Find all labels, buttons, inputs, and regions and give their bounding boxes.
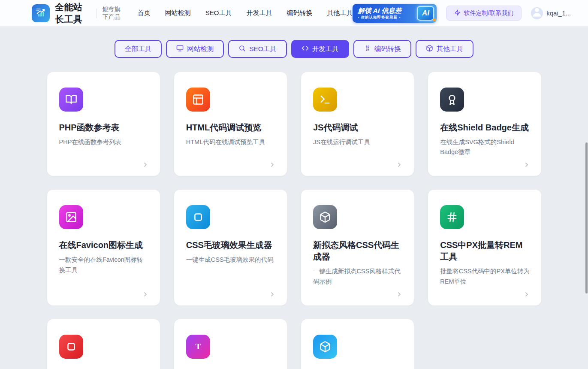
nav-link-dev-tools[interactable]: 开发工具 xyxy=(246,9,272,17)
nav-link-home[interactable]: 首页 xyxy=(138,9,151,17)
brand-subtitle: 鲲穹旗下产品 xyxy=(103,6,125,21)
navbar-right: 解锁 AI 信息差 - 你的认知即将被刷新 - AI 软件定制/联系我们 xyxy=(353,4,571,23)
tool-card-div-shadow[interactable]: DIV元素阴影效果生成 一键调试DIV元素阴影并生成CSS代码 xyxy=(301,319,414,369)
layout-icon xyxy=(186,88,210,112)
brand-title: 全能站长工具 xyxy=(55,1,89,25)
tab-encode-convert[interactable]: 01 10 编码转换 xyxy=(353,40,411,58)
category-tabs: 全部工具 网站检测 SEO工具 开发工具 01 10 xyxy=(0,40,588,58)
chart-growth-icon xyxy=(35,6,47,20)
tab-dev-tools-label: 开发工具 xyxy=(312,45,339,54)
nav-link-encode-convert[interactable]: 编码转换 xyxy=(286,9,312,17)
contact-button-label: 软件定制/联系我们 xyxy=(464,9,513,17)
tab-other-tools-label: 其他工具 xyxy=(437,45,463,54)
tab-all-tools[interactable]: 全部工具 xyxy=(115,40,162,58)
tab-site-check[interactable]: 网站检测 xyxy=(166,40,224,58)
tab-encode-convert-label: 编码转换 xyxy=(374,45,401,54)
card-title: 新拟态风格CSS代码生成器 xyxy=(313,239,403,263)
card-title: 在线Shield Badge生成 xyxy=(440,122,530,133)
ai-promo-banner[interactable]: 解锁 AI 信息差 - 你的认知即将被刷新 - AI xyxy=(353,4,437,23)
card-description: 一键生成新拟态CSS风格样式代码示例 xyxy=(313,266,403,286)
chevron-right-icon xyxy=(269,161,276,170)
lightning-icon xyxy=(454,9,461,17)
binary-icon: 01 10 xyxy=(364,45,371,54)
ai-badge: AI xyxy=(417,6,434,21)
ai-banner-title: 解锁 AI 信息差 xyxy=(358,7,401,15)
tool-card-shield-badge[interactable]: 在线Shield Badge生成 在线生成SVG格式的Shield Badge徽… xyxy=(428,72,541,176)
card-description: PHP在线函数参考列表 xyxy=(59,137,149,147)
card-title: 在线Favicon图标生成 xyxy=(59,239,149,251)
tool-card-px-to-rem[interactable]: CSS中PX批量转REM工具 批量将CSS代码中的PX单位转为REM单位 xyxy=(428,190,541,305)
card-description: HTML代码在线调试预览工具 xyxy=(186,137,276,147)
ai-banner-text: 解锁 AI 信息差 - 你的认知即将被刷新 - xyxy=(358,7,401,20)
avatar xyxy=(531,7,543,19)
scrollbar-thumb[interactable] xyxy=(585,142,588,293)
ai-banner-subtitle: - 你的认知即将被刷新 - xyxy=(358,15,401,20)
tool-card-php-reference[interactable]: PHP函数参考表 PHP在线函数参考列表 xyxy=(47,72,160,176)
tab-dev-tools[interactable]: 开发工具 xyxy=(291,40,349,58)
navbar-left: 全能站长工具 鲲穹旗下产品 首页 网站检测 SEO工具 开发工具 编码转换 其他… xyxy=(32,1,353,25)
card-title: PHP函数参考表 xyxy=(59,122,149,133)
code-icon xyxy=(302,45,309,54)
svg-text:T: T xyxy=(195,342,201,351)
tool-card-text-shadow[interactable]: T CSS文字阴影效果生成 在线调试CSS文字阴影并生成CSS代码 xyxy=(174,319,287,369)
tab-seo-tools-label: SEO工具 xyxy=(249,45,277,54)
nav-link-seo-tools[interactable]: SEO工具 xyxy=(205,9,232,17)
image-icon xyxy=(59,205,83,229)
nav-link-other-tools[interactable]: 其他工具 xyxy=(327,9,353,17)
card-description: 一键生成CSS毛玻璃效果的代码 xyxy=(186,255,276,265)
chevron-right-icon xyxy=(269,291,276,299)
tab-seo-tools[interactable]: SEO工具 xyxy=(228,40,287,58)
rounded-square-icon xyxy=(59,335,83,359)
card-description: 一款安全的在线Favicon图标转换工具 xyxy=(59,255,149,275)
tool-card-html-debug[interactable]: HTML代码调试预览 HTML代码在线调试预览工具 xyxy=(174,72,287,176)
svg-text:10: 10 xyxy=(366,48,369,51)
chevron-right-icon xyxy=(523,161,530,170)
search-icon xyxy=(238,45,246,54)
tool-card-grid: PHP函数参考表 PHP在线函数参考列表 HTML代码调试预览 HTML代码在线… xyxy=(47,72,541,369)
terminal-icon xyxy=(313,88,337,112)
tab-all-tools-label: 全部工具 xyxy=(125,45,151,54)
serif-t-icon: T xyxy=(186,335,210,359)
book-open-icon xyxy=(59,88,83,112)
hash-icon xyxy=(440,205,464,229)
user-menu[interactable]: kqai_1... xyxy=(531,7,571,19)
card-title: JS代码调试 xyxy=(313,122,403,133)
card-description: 在线生成SVG格式的Shield Badge徽章 xyxy=(440,137,530,157)
tool-card-border-radius[interactable]: CSS圆角效果生成 在线调试CSS边框圆角样式 xyxy=(47,319,160,369)
main-nav: 首页 网站检测 SEO工具 开发工具 编码转换 其他工具 xyxy=(138,9,353,17)
svg-text:01: 01 xyxy=(366,45,369,48)
avatar-person-icon xyxy=(531,7,543,19)
tool-card-neumorphism[interactable]: 新拟态风格CSS代码生成器 一键生成新拟态CSS风格样式代码示例 xyxy=(301,190,414,305)
cube-icon xyxy=(426,45,433,54)
chevron-right-icon xyxy=(523,291,530,299)
rounded-square-icon xyxy=(186,205,210,229)
cube-3d-icon xyxy=(313,335,337,359)
chevron-right-icon xyxy=(142,161,149,170)
brand-divider xyxy=(96,9,96,18)
tool-card-favicon-generator[interactable]: 在线Favicon图标生成 一款安全的在线Favicon图标转换工具 xyxy=(47,190,160,305)
tool-card-glassmorphism[interactable]: CSS毛玻璃效果生成器 一键生成CSS毛玻璃效果的代码 xyxy=(174,190,287,305)
card-title: CSS中PX批量转REM工具 xyxy=(440,239,530,263)
nav-link-site-check[interactable]: 网站检测 xyxy=(165,9,191,17)
award-badge-icon xyxy=(440,88,464,112)
tab-site-check-label: 网站检测 xyxy=(187,45,214,54)
tab-other-tools[interactable]: 其他工具 xyxy=(416,40,473,58)
app-logo[interactable] xyxy=(32,4,50,22)
navbar: 全能站长工具 鲲穹旗下产品 首页 网站检测 SEO工具 开发工具 编码转换 其他… xyxy=(0,0,588,27)
contact-button[interactable]: 软件定制/联系我们 xyxy=(446,6,522,21)
tool-card-js-debug[interactable]: JS代码调试 JS在线运行调试工具 xyxy=(301,72,414,176)
chevron-right-icon xyxy=(396,291,403,299)
card-description: 批量将CSS代码中的PX单位转为REM单位 xyxy=(440,266,530,286)
monitor-icon xyxy=(176,45,184,54)
chevron-right-icon xyxy=(142,291,149,299)
card-title: HTML代码调试预览 xyxy=(186,122,276,133)
card-description: JS在线运行调试工具 xyxy=(313,137,403,147)
card-title: CSS毛玻璃效果生成器 xyxy=(186,239,276,251)
chevron-right-icon xyxy=(396,161,403,170)
username: kqai_1... xyxy=(546,9,571,17)
box-3d-icon xyxy=(313,205,337,229)
